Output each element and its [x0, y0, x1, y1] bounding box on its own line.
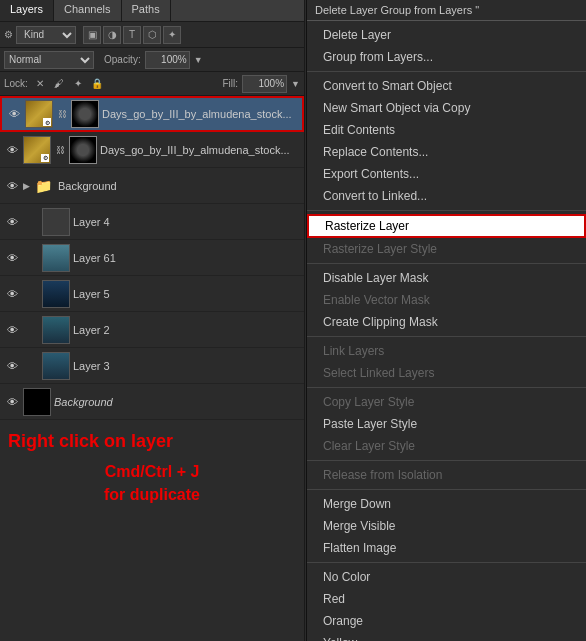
lock-bar: Lock: ✕ 🖌 ✦ 🔒 Fill: ▼ [0, 72, 304, 96]
lock-icons: ✕ 🖌 ✦ 🔒 [32, 76, 105, 92]
layer-thumb-4 [42, 208, 70, 236]
menu-item-merge-visible[interactable]: Merge Visible [307, 515, 586, 537]
right-click-text: Right click on layer [8, 430, 296, 453]
layer-row-smart-2[interactable]: 👁 ⚙ ⛓ Days_go_by_III_by_almudena_stock..… [0, 132, 304, 168]
tab-channels[interactable]: Channels [54, 0, 121, 21]
menu-item-rasterize-style[interactable]: Rasterize Layer Style [307, 238, 586, 260]
layer-name-group: Background [58, 180, 300, 192]
layer-mask-1 [71, 100, 99, 128]
menu-item-create-clipping[interactable]: Create Clipping Mask [307, 311, 586, 333]
tab-layers[interactable]: Layers [0, 0, 54, 21]
filter-kind-select[interactable]: Kind [16, 26, 76, 44]
menu-item-enable-vector-mask[interactable]: Enable Vector Mask [307, 289, 586, 311]
visibility-icon-smart-2[interactable]: 👁 [4, 142, 20, 158]
layer-row-4[interactable]: 👁 Layer 4 [0, 204, 304, 240]
layer-row-61[interactable]: 👁 Layer 61 [0, 240, 304, 276]
visibility-icon-61[interactable]: 👁 [4, 250, 20, 266]
menu-item-flatten[interactable]: Flatten Image [307, 537, 586, 559]
filter-type-btn[interactable]: T [123, 26, 141, 44]
blend-mode-select[interactable]: Normal [4, 51, 94, 69]
fill-input[interactable] [242, 75, 287, 93]
layer-name-2: Layer 2 [73, 324, 300, 336]
visibility-icon-4[interactable]: 👁 [4, 214, 20, 230]
menu-section-5: Link Layers Select Linked Layers [307, 337, 586, 388]
menu-section-8: Merge Down Merge Visible Flatten Image [307, 490, 586, 563]
chain-icon-1: ⛓ [56, 109, 68, 119]
lock-transparent-btn[interactable]: ✕ [32, 76, 48, 92]
menu-item-copy-style[interactable]: Copy Layer Style [307, 391, 586, 413]
layers-panel: Layers Channels Paths ⚙ Kind ▣ ◑ T ⬡ ✦ N… [0, 0, 305, 641]
menu-item-merge-down[interactable]: Merge Down [307, 493, 586, 515]
menu-item-no-color[interactable]: No Color [307, 566, 586, 588]
menu-item-group-from-layers[interactable]: Group from Layers... [307, 46, 586, 68]
menu-item-convert-linked[interactable]: Convert to Linked... [307, 185, 586, 207]
layer-name-smart-1: Days_go_by_III_by_almudena_stock... [102, 108, 298, 120]
context-menu-header: Delete Layer Group from Layers " [307, 0, 586, 21]
menu-item-paste-style[interactable]: Paste Layer Style [307, 413, 586, 435]
menu-item-new-smart-copy[interactable]: New Smart Object via Copy [307, 97, 586, 119]
filter-bar: ⚙ Kind ▣ ◑ T ⬡ ✦ [0, 22, 304, 48]
menu-item-link-layers[interactable]: Link Layers [307, 340, 586, 362]
menu-item-red[interactable]: Red [307, 588, 586, 610]
filter-shape-btn[interactable]: ⬡ [143, 26, 161, 44]
filter-smart-btn[interactable]: ✦ [163, 26, 181, 44]
layer-row-3[interactable]: 👁 Layer 3 [0, 348, 304, 384]
filter-adjust-btn[interactable]: ◑ [103, 26, 121, 44]
layer-row-background[interactable]: 👁 Background [0, 384, 304, 420]
layer-row-5[interactable]: 👁 Layer 5 [0, 276, 304, 312]
menu-item-clear-style[interactable]: Clear Layer Style [307, 435, 586, 457]
layer-name-3: Layer 3 [73, 360, 300, 372]
visibility-icon-5[interactable]: 👁 [4, 286, 20, 302]
layer-thumb-61 [42, 244, 70, 272]
lock-all-btn[interactable]: 🔒 [89, 76, 105, 92]
visibility-icon-smart-1[interactable]: 👁 [6, 106, 22, 122]
menu-section-4: Disable Layer Mask Enable Vector Mask Cr… [307, 264, 586, 337]
layer-thumb-5 [42, 280, 70, 308]
instruction-area: Right click on layer Cmd/Ctrl + J for du… [0, 420, 304, 516]
layer-mask-2 [69, 136, 97, 164]
menu-item-replace-contents[interactable]: Replace Contents... [307, 141, 586, 163]
menu-item-orange[interactable]: Orange [307, 610, 586, 632]
blend-bar: Normal Opacity: ▼ [0, 48, 304, 72]
chain-icon-2: ⛓ [54, 145, 66, 155]
layer-row-2[interactable]: 👁 Layer 2 [0, 312, 304, 348]
visibility-icon-3[interactable]: 👁 [4, 358, 20, 374]
tab-paths[interactable]: Paths [122, 0, 171, 21]
fill-label: Fill: [223, 78, 239, 89]
menu-section-9: No Color Red Orange Yellow Green [307, 563, 586, 641]
menu-item-rasterize-layer[interactable]: Rasterize Layer [307, 214, 586, 238]
visibility-icon-group[interactable]: 👁 [4, 178, 20, 194]
lock-position-btn[interactable]: ✦ [70, 76, 86, 92]
menu-item-disable-mask[interactable]: Disable Layer Mask [307, 267, 586, 289]
filter-pixel-btn[interactable]: ▣ [83, 26, 101, 44]
menu-item-select-linked[interactable]: Select Linked Layers [307, 362, 586, 384]
visibility-icon-background[interactable]: 👁 [4, 394, 20, 410]
layer-name-4: Layer 4 [73, 216, 300, 228]
layer-thumb-smart-1: ⚙ [25, 100, 53, 128]
layer-row-group[interactable]: 👁 ▶ 📁 Background [0, 168, 304, 204]
menu-section-7: Release from Isolation [307, 461, 586, 490]
menu-item-yellow[interactable]: Yellow [307, 632, 586, 641]
menu-item-delete-layer[interactable]: Delete Layer [307, 24, 586, 46]
layer-thumb-2 [42, 316, 70, 344]
lock-label: Lock: [4, 78, 28, 89]
menu-item-edit-contents[interactable]: Edit Contents [307, 119, 586, 141]
layer-thumb-background [23, 388, 51, 416]
layer-thumb-3 [42, 352, 70, 380]
menu-section-2: Convert to Smart Object New Smart Object… [307, 72, 586, 211]
menu-section-3: Rasterize Layer Rasterize Layer Style [307, 211, 586, 264]
menu-item-convert-smart[interactable]: Convert to Smart Object [307, 75, 586, 97]
menu-item-export-contents[interactable]: Export Contents... [307, 163, 586, 185]
panel-tabs: Layers Channels Paths [0, 0, 304, 22]
context-menu: Delete Layer Group from Layers " Delete … [306, 0, 586, 641]
group-triangle-icon: ▶ [23, 181, 30, 191]
lock-paint-btn[interactable]: 🖌 [51, 76, 67, 92]
layer-name-61: Layer 61 [73, 252, 300, 264]
visibility-icon-2[interactable]: 👁 [4, 322, 20, 338]
layer-thumb-smart-2: ⚙ [23, 136, 51, 164]
filter-icon-group: ▣ ◑ T ⬡ ✦ [83, 26, 181, 44]
opacity-input[interactable] [145, 51, 190, 69]
layer-row-smart-1[interactable]: 👁 ⚙ ⛓ Days_go_by_III_by_almudena_stock..… [0, 96, 304, 132]
filter-icon: ⚙ [4, 29, 13, 40]
menu-item-release-isolation[interactable]: Release from Isolation [307, 464, 586, 486]
